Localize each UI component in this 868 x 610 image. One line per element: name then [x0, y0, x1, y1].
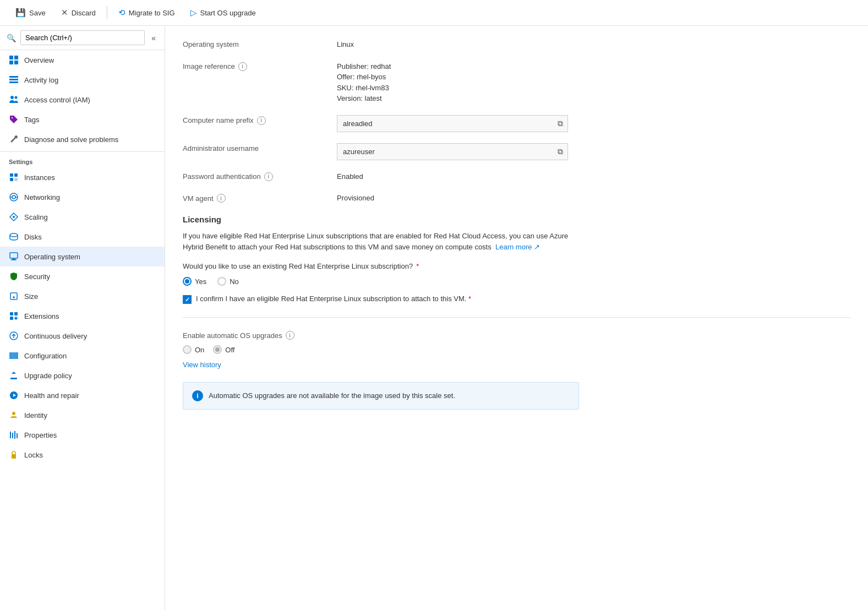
sidebar-label-extensions: Extensions	[24, 312, 59, 320]
sidebar-item-continuous-delivery[interactable]: Continuous delivery	[0, 326, 165, 346]
sidebar-item-activity-log[interactable]: Activity log	[0, 70, 165, 90]
auto-upgrade-info-icon[interactable]: i	[286, 331, 294, 340]
computer-name-row: Computer name prefix i ⧉	[183, 115, 850, 132]
licensing-title: Licensing	[183, 215, 850, 224]
auto-upgrade-off-option[interactable]: Off	[213, 345, 234, 354]
svg-rect-6	[9, 81, 18, 83]
sidebar-label-disks: Disks	[24, 233, 42, 241]
sidebar-label-activity-log: Activity log	[24, 76, 58, 84]
toolbar-divider	[107, 6, 107, 19]
search-input[interactable]	[20, 30, 145, 45]
sidebar-label-health-repair: Health and repair	[24, 391, 79, 400]
config-icon	[9, 351, 19, 361]
sidebar-item-instances[interactable]: Instances	[0, 167, 165, 187]
radio-yes-circle	[183, 277, 192, 286]
sidebar-item-security[interactable]: Security	[0, 266, 165, 286]
radio-no-option[interactable]: No	[217, 277, 239, 286]
sidebar-item-health-repair[interactable]: Health and repair	[0, 385, 165, 405]
discard-button[interactable]: ✕ Discard	[54, 4, 102, 21]
auto-upgrade-section: Enable automatic OS upgrades i On Off Vi…	[183, 331, 850, 378]
sidebar-item-operating-system[interactable]: Operating system	[0, 247, 165, 266]
svg-rect-26	[10, 317, 13, 320]
sidebar-item-identity[interactable]: Identity	[0, 405, 165, 425]
computer-name-value: ⧉	[337, 115, 850, 132]
svg-point-15	[12, 195, 15, 199]
grid-icon	[9, 55, 19, 65]
sidebar-label-scaling: Scaling	[24, 213, 48, 221]
sidebar-label-continuous-delivery: Continuous delivery	[24, 332, 87, 340]
sidebar-label-instances: Instances	[24, 173, 55, 182]
svg-rect-11	[14, 173, 18, 177]
vm-agent-row: VM agent i Provisioned	[183, 193, 850, 204]
svg-rect-0	[9, 56, 13, 59]
admin-username-copy-button[interactable]: ⧉	[553, 144, 567, 160]
properties-icon	[9, 430, 19, 440]
svg-rect-28	[10, 353, 18, 354]
computer-name-input[interactable]	[337, 116, 553, 131]
image-ref-row: Image reference i Publisher: redhat Offe…	[183, 61, 850, 104]
admin-username-label: Administrator username	[183, 143, 337, 153]
svg-rect-3	[14, 61, 18, 64]
info-banner-text: Automatic OS upgrades are not available …	[209, 390, 455, 401]
required-star-subscription: *	[416, 262, 419, 270]
start-os-upgrade-button[interactable]: ▷ Start OS upgrade	[184, 4, 263, 21]
collapse-sidebar-button[interactable]: «	[149, 31, 158, 45]
admin-username-input[interactable]	[337, 144, 553, 159]
sidebar-item-configuration[interactable]: Configuration	[0, 346, 165, 366]
sidebar-item-overview[interactable]: Overview	[0, 50, 165, 70]
svg-rect-31	[10, 378, 17, 379]
sidebar-label-properties: Properties	[24, 431, 57, 439]
security-icon	[9, 271, 19, 281]
sidebar-item-properties[interactable]: Properties	[0, 425, 165, 445]
svg-rect-36	[12, 454, 16, 459]
auto-upgrade-on-option[interactable]: On	[183, 345, 204, 354]
sidebar-item-tags[interactable]: Tags	[0, 110, 165, 129]
sidebar-item-locks[interactable]: Locks	[0, 445, 165, 465]
svg-rect-29	[10, 355, 18, 356]
view-history-link[interactable]: View history	[183, 361, 221, 369]
computer-name-info-icon[interactable]: i	[257, 116, 266, 125]
confirm-checkbox-row: ✓ I confirm I have an eligible Red Hat E…	[183, 295, 850, 304]
instances-icon	[9, 172, 19, 182]
sidebar-item-size[interactable]: Size	[0, 286, 165, 306]
sidebar-label-overview: Overview	[24, 56, 54, 64]
radio-yes-option[interactable]: Yes	[183, 277, 206, 286]
vm-agent-info-icon[interactable]: i	[217, 194, 226, 203]
cd-icon	[9, 331, 19, 341]
os-label: Operating system	[183, 39, 337, 48]
sidebar-item-disks[interactable]: Disks	[0, 227, 165, 247]
search-icon: 🔍	[7, 34, 16, 42]
auto-upgrade-off-label: Off	[225, 346, 234, 354]
main-content: Operating system Linux Image reference i…	[165, 26, 868, 610]
computer-name-copy-button[interactable]: ⧉	[553, 116, 567, 132]
svg-rect-1	[14, 56, 18, 59]
settings-section-label: Settings	[0, 151, 165, 167]
admin-username-input-wrapper: ⧉	[337, 143, 568, 160]
networking-icon	[9, 192, 19, 202]
password-auth-info-icon[interactable]: i	[264, 172, 273, 181]
sidebar-item-scaling[interactable]: Scaling	[0, 207, 165, 227]
os-value: Linux	[337, 39, 850, 50]
save-button[interactable]: 💾 Save	[9, 4, 52, 21]
sidebar: 🔍 « Overview Activity log Access control…	[0, 26, 165, 610]
svg-rect-33	[12, 433, 13, 438]
sidebar-item-extensions[interactable]: Extensions	[0, 306, 165, 326]
sidebar-item-networking[interactable]: Networking	[0, 187, 165, 207]
os-icon	[9, 252, 19, 262]
confirm-checkbox[interactable]: ✓	[183, 295, 192, 304]
section-divider	[183, 317, 850, 318]
svg-rect-35	[17, 433, 18, 438]
required-star-confirm: *	[468, 295, 471, 303]
sidebar-label-locks: Locks	[24, 451, 43, 459]
image-ref-info-icon[interactable]: i	[238, 62, 247, 71]
sidebar-item-upgrade-policy[interactable]: Upgrade policy	[0, 366, 165, 385]
sidebar-label-diagnose: Diagnose and solve problems	[24, 135, 118, 144]
svg-rect-34	[14, 431, 15, 439]
learn-more-link[interactable]: Learn more ↗	[495, 243, 540, 251]
sidebar-item-diagnose[interactable]: Diagnose and solve problems	[0, 129, 165, 149]
sidebar-label-upgrade-policy: Upgrade policy	[24, 372, 72, 380]
migrate-sig-button[interactable]: ⟲ Migrate to SIG	[112, 4, 182, 21]
locks-icon	[9, 450, 19, 460]
sidebar-item-access-control[interactable]: Access control (IAM)	[0, 90, 165, 110]
svg-point-8	[15, 96, 18, 99]
